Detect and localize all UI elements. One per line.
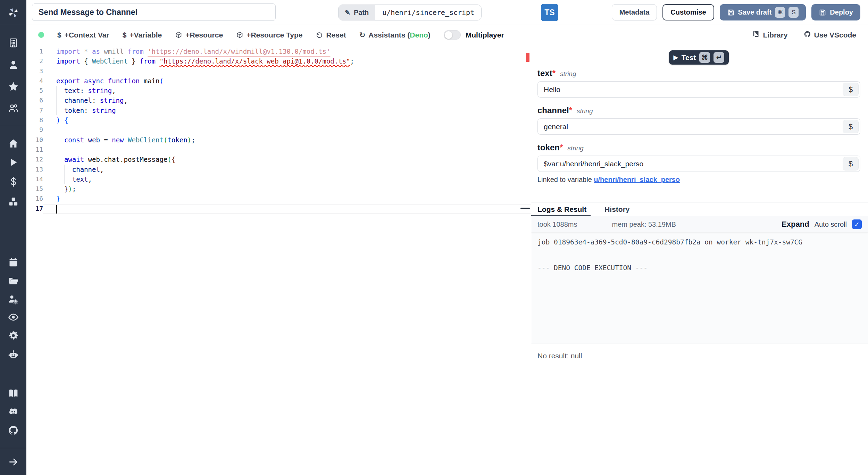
variable-picker-button[interactable]: $ bbox=[843, 120, 859, 133]
dollar-icon: $ bbox=[123, 31, 127, 39]
dollar-icon[interactable] bbox=[6, 175, 20, 189]
resourcetype-button[interactable]: +Resource Type bbox=[236, 31, 302, 39]
line-number: 7 bbox=[26, 106, 43, 115]
autoscroll-checkbox[interactable]: ✓ bbox=[852, 219, 862, 229]
mem-peak: mem peak: 53.19MB bbox=[612, 220, 676, 228]
edit-path-button[interactable]: ✎ Path bbox=[339, 5, 375, 20]
play-icon[interactable] bbox=[6, 155, 20, 169]
logs-tabs: Logs & ResultHistory bbox=[531, 202, 868, 216]
line-content: }); bbox=[43, 184, 531, 194]
path-button-label: Path bbox=[354, 9, 369, 17]
eye-icon[interactable] bbox=[6, 310, 20, 324]
test-button[interactable]: ▶ Test ⌘ ↵ bbox=[669, 50, 729, 65]
expand-button[interactable]: Expand bbox=[782, 220, 809, 229]
line-content: export async function main( bbox=[43, 76, 531, 86]
cube-icon bbox=[175, 31, 182, 39]
gear-icon[interactable] bbox=[6, 328, 20, 342]
use-vscode-button[interactable]: Use VScode bbox=[804, 31, 856, 40]
line-content bbox=[43, 125, 531, 135]
variable-picker-button[interactable]: $ bbox=[843, 83, 859, 96]
assistants-label: Assistants (Deno) bbox=[368, 31, 431, 39]
pane-resize-handle[interactable] bbox=[520, 208, 530, 209]
variable-button[interactable]: $+Variable bbox=[123, 31, 162, 39]
library-label: Library bbox=[763, 31, 787, 39]
line-content: text: string, bbox=[43, 86, 531, 95]
line-content: text, bbox=[43, 174, 531, 184]
metadata-button[interactable]: Metadata bbox=[612, 4, 657, 20]
multiplayer-control: Multiplayer bbox=[444, 30, 504, 40]
logs-section: Logs & ResultHistory took 1088ms mem pea… bbox=[531, 202, 868, 343]
save-draft-button[interactable]: Save draft ⌘ S bbox=[720, 4, 806, 20]
indent-guide bbox=[56, 86, 57, 95]
cube-icon bbox=[236, 31, 243, 39]
line-number: 11 bbox=[26, 145, 43, 155]
line-number: 5 bbox=[26, 86, 43, 95]
run-panel: ▶ Test ⌘ ↵ text*string$channel*string$to… bbox=[531, 45, 868, 475]
test-label: Test bbox=[682, 53, 696, 62]
run-duration: took 1088ms bbox=[537, 220, 577, 228]
user-group-gear-icon[interactable] bbox=[6, 292, 20, 306]
line-number: 10 bbox=[26, 135, 43, 145]
enter-key: ↵ bbox=[713, 52, 724, 63]
input-wrap: $ bbox=[537, 81, 860, 98]
toolbar-item-label: +Resource Type bbox=[247, 31, 302, 39]
building-icon[interactable] bbox=[6, 36, 20, 50]
linked-variable-link[interactable]: u/henri/henri_slack_perso bbox=[594, 176, 680, 183]
tab-logs-result[interactable]: Logs & Result bbox=[537, 202, 586, 216]
code-line-17: 17 bbox=[26, 204, 531, 214]
cmd-key: ⌘ bbox=[775, 7, 785, 18]
text-input[interactable] bbox=[537, 81, 860, 98]
reset-icon bbox=[316, 31, 323, 39]
script-title-input[interactable] bbox=[32, 3, 276, 21]
multiplayer-toggle[interactable] bbox=[444, 30, 461, 40]
line-content: import * as wmill from 'https://deno.lan… bbox=[43, 47, 531, 56]
calendar-icon[interactable] bbox=[6, 255, 20, 269]
play-icon: ▶ bbox=[674, 54, 678, 61]
line-content bbox=[43, 66, 531, 76]
github-icon bbox=[804, 31, 811, 40]
token-input[interactable] bbox=[537, 156, 860, 172]
dollar-icon: $ bbox=[57, 31, 61, 39]
multiplayer-label: Multiplayer bbox=[466, 31, 504, 39]
test-form: ▶ Test ⌘ ↵ text*string$channel*string$to… bbox=[531, 45, 868, 202]
argument-fields: text*string$channel*string$token*string$… bbox=[537, 68, 860, 184]
sidebar-divider bbox=[0, 126, 26, 126]
resource-button[interactable]: +Resource bbox=[175, 31, 223, 39]
sidebar-divider bbox=[0, 448, 26, 448]
code-line-8: 8) { bbox=[26, 115, 531, 125]
customise-button[interactable]: Customise bbox=[662, 4, 714, 20]
contextvar-button[interactable]: $+Context Var bbox=[57, 31, 109, 39]
deploy-button[interactable]: Deploy bbox=[811, 4, 860, 20]
indent-guide bbox=[64, 174, 65, 184]
main-area: ✎ Path u/henri/sincere_script TS Metadat… bbox=[26, 0, 868, 475]
user-group-icon[interactable] bbox=[6, 101, 20, 115]
field-text: text*string$ bbox=[537, 68, 860, 98]
indent-guide bbox=[64, 165, 65, 174]
cubes-icon[interactable] bbox=[6, 194, 20, 208]
line-number: 17 bbox=[26, 204, 43, 214]
log-output: job 018963e4-a369-5cd0-80a9-c6d298b7fb2a… bbox=[531, 232, 868, 343]
user-icon[interactable] bbox=[6, 58, 20, 72]
variable-picker-button[interactable]: $ bbox=[843, 157, 859, 170]
code-editor[interactable]: 1import * as wmill from 'https://deno.la… bbox=[26, 45, 531, 475]
assistants-button[interactable]: ↻ Assistants (Deno) bbox=[359, 31, 431, 39]
robot-icon[interactable] bbox=[6, 348, 20, 361]
open-book-icon[interactable] bbox=[6, 386, 20, 400]
github-icon[interactable] bbox=[6, 423, 20, 437]
reset-button[interactable]: Reset bbox=[316, 31, 346, 39]
channel-input[interactable] bbox=[537, 118, 860, 135]
line-content: ) { bbox=[43, 115, 531, 125]
line-number: 9 bbox=[26, 125, 43, 135]
library-button[interactable]: Library bbox=[752, 31, 787, 40]
line-content: const web = new WebClient(token); bbox=[43, 135, 531, 145]
home-icon[interactable] bbox=[6, 136, 20, 150]
folder-icon[interactable] bbox=[6, 274, 20, 288]
line-content: channel: string, bbox=[43, 95, 531, 105]
discord-icon[interactable] bbox=[6, 405, 20, 418]
line-content: import { WebClient } from "https://deno.… bbox=[43, 56, 531, 66]
arrow-right-icon[interactable] bbox=[6, 455, 20, 469]
tab-history[interactable]: History bbox=[604, 202, 629, 216]
line-number: 3 bbox=[26, 66, 43, 76]
deploy-label: Deploy bbox=[830, 8, 853, 16]
star-icon[interactable] bbox=[6, 80, 20, 93]
